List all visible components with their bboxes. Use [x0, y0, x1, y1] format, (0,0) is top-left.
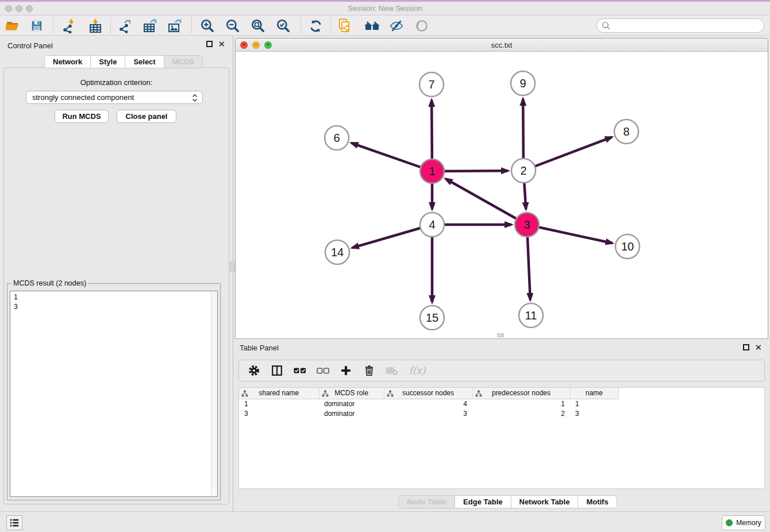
deselect-all-button[interactable] — [315, 364, 330, 377]
node-14[interactable]: 14 — [325, 240, 349, 264]
zoom-in-button[interactable] — [198, 17, 217, 35]
node-4[interactable]: 4 — [420, 213, 444, 237]
mcds-result-textarea[interactable]: 1 3 — [10, 291, 218, 497]
task-history-button[interactable] — [6, 515, 22, 530]
table-toolbar: f(x) — [238, 360, 765, 381]
tab-motifs[interactable]: Motifs — [578, 496, 616, 508]
edge-1-6[interactable] — [351, 143, 432, 171]
node-10[interactable]: 10 — [615, 234, 640, 259]
toggle-columns-button[interactable] — [270, 364, 284, 377]
mcds-result-lines: 1 3 — [14, 292, 18, 312]
search-field[interactable] — [596, 18, 764, 33]
hide-selected-button[interactable] — [387, 17, 406, 35]
import-network-button[interactable] — [60, 17, 78, 35]
table-cell[interactable]: 3 — [570, 408, 618, 418]
gear-icon — [248, 364, 260, 377]
tab-network[interactable]: Network — [45, 56, 91, 68]
memory-button[interactable]: Memory — [722, 515, 765, 530]
table-panel-title: Table Panel — [240, 344, 279, 352]
copy-network-button[interactable] — [336, 17, 354, 35]
edge-2-8[interactable] — [523, 137, 612, 171]
tab-select[interactable]: Select — [125, 56, 164, 68]
node-11[interactable]: 11 — [519, 303, 543, 327]
search-input[interactable] — [613, 22, 764, 30]
network-resize-handle[interactable] — [497, 333, 504, 337]
node-2[interactable]: 2 — [511, 159, 536, 183]
network-window-titlebar[interactable]: ✕ − + scc.txt — [236, 38, 768, 52]
run-mcds-button[interactable]: Run MCDS — [55, 110, 109, 123]
home-button[interactable] — [363, 17, 382, 35]
table-panel: Table Panel ✕ — [233, 339, 770, 511]
zoom-fit-button[interactable] — [249, 17, 267, 35]
export-image-button[interactable] — [165, 17, 184, 35]
table-cell[interactable]: 3 — [384, 408, 472, 418]
table-settings-button[interactable] — [247, 364, 261, 377]
table-cell[interactable]: 1 — [239, 399, 319, 408]
open-file-button[interactable] — [3, 17, 22, 35]
table-float-icon[interactable] — [743, 344, 749, 350]
save-session-button[interactable] — [28, 17, 46, 35]
optimization-criterion-label: Optimization criterion: — [0, 78, 233, 87]
node-15[interactable]: 15 — [420, 306, 444, 330]
network-view-window: ✕ − + scc.txt 1234678910111415 — [235, 38, 768, 339]
table-row[interactable]: 1dominator411 — [239, 399, 618, 408]
delete-column-button[interactable] — [361, 364, 376, 377]
control-panel: Control Panel ✕ Network Style Select MCD… — [0, 36, 233, 511]
node-7[interactable]: 7 — [419, 72, 444, 97]
column-header-shared-name[interactable]: shared name — [239, 388, 319, 399]
control-panel-title: Control Panel — [7, 41, 53, 50]
close-panel-icon[interactable]: ✕ — [218, 41, 225, 47]
table-close-icon[interactable]: ✕ — [754, 344, 762, 350]
column-header-predecessor-nodes[interactable]: predecessor nodes — [472, 388, 570, 399]
delete-table-button — [384, 364, 399, 377]
table-cell[interactable]: 3 — [239, 408, 319, 418]
refresh-icon — [309, 19, 323, 33]
tab-mcds[interactable]: MCDS — [164, 56, 202, 68]
split-divider-handle[interactable] — [230, 261, 235, 272]
column-header-name[interactable]: name — [570, 388, 618, 399]
delete-table-icon — [385, 364, 399, 377]
hierarchy-icon — [387, 390, 394, 397]
node-8[interactable]: 8 — [614, 119, 638, 144]
column-header-successor-nodes[interactable]: successor nodes — [384, 388, 472, 399]
svg-text:8: 8 — [623, 125, 629, 138]
network-canvas[interactable]: 1234678910111415 — [236, 52, 768, 338]
tab-network-table[interactable]: Network Table — [511, 496, 579, 508]
select-all-button[interactable] — [292, 364, 307, 377]
edge-3-10[interactable] — [527, 225, 613, 243]
export-table-icon — [143, 18, 158, 33]
edge-3-1[interactable] — [446, 179, 527, 225]
function-builder-button: f(x) — [407, 364, 427, 377]
import-table-button[interactable] — [86, 17, 105, 35]
close-panel-button[interactable]: Close panel — [117, 110, 176, 123]
tab-node-table[interactable]: Node Table — [399, 496, 455, 508]
table-cell[interactable]: 1 — [570, 399, 618, 408]
node-9[interactable]: 9 — [511, 71, 535, 95]
zoom-out-button[interactable] — [224, 17, 242, 35]
table-cell[interactable]: dominator — [319, 399, 384, 408]
refresh-layout-button[interactable] — [306, 17, 325, 35]
result-scrollbar[interactable] — [211, 291, 217, 496]
trash-icon — [363, 364, 375, 377]
tab-edge-table[interactable]: Edge Table — [455, 496, 511, 508]
table-row[interactable]: 3dominator323 — [239, 408, 618, 418]
table-cell[interactable]: 1 — [472, 399, 570, 408]
export-table-button[interactable] — [141, 17, 159, 35]
zoom-selected-button[interactable] — [274, 17, 292, 35]
svg-text:15: 15 — [426, 311, 438, 324]
node-3[interactable]: 3 — [515, 213, 539, 237]
export-network-button[interactable] — [116, 17, 134, 35]
table-cell[interactable]: 4 — [384, 399, 472, 408]
column-header-mcds-role[interactable]: MCDS role — [319, 388, 384, 399]
table-cell[interactable]: dominator — [319, 408, 384, 418]
table-header-row: shared name MCDS role successor nodes — [239, 388, 618, 399]
node-6[interactable]: 6 — [325, 126, 349, 150]
checkboxes-empty-icon — [316, 364, 330, 377]
tab-style[interactable]: Style — [91, 56, 125, 68]
table-cell[interactable]: 2 — [472, 408, 570, 418]
node-1[interactable]: 1 — [420, 159, 444, 183]
criterion-dropdown[interactable]: strongly connected component — [26, 91, 203, 104]
add-column-button[interactable] — [338, 364, 353, 377]
float-panel-icon[interactable] — [206, 41, 213, 47]
show-hidden-button[interactable] — [413, 17, 431, 35]
